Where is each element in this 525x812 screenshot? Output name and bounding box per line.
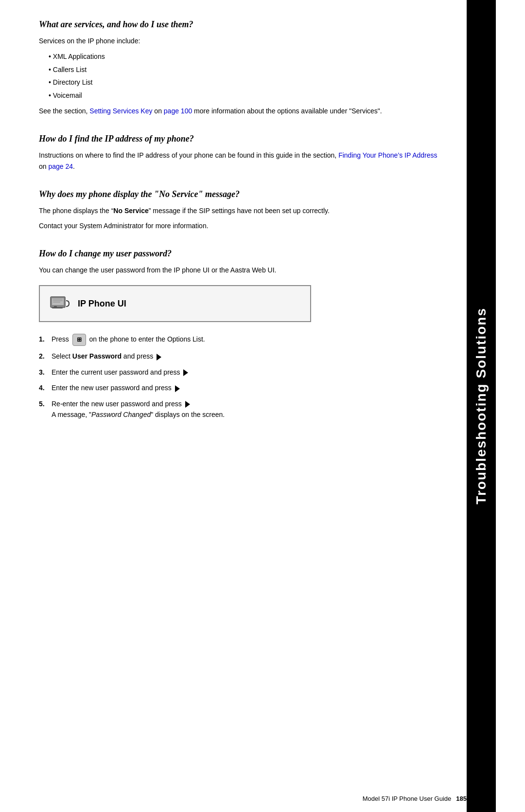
see-also-pre: See the section,	[39, 107, 89, 115]
arrow-right-icon	[183, 369, 188, 376]
steps-list: 1. Press ⊞ on the phone to enter the Opt…	[39, 334, 438, 420]
section-no-service-title: Why does my phone display the "No Servic…	[39, 189, 438, 199]
list-item: Callers List	[49, 63, 438, 76]
options-button-icon: ⊞	[72, 334, 86, 346]
see-also-post: more information about the options avail…	[192, 107, 382, 115]
step-num-5: 5.	[39, 398, 52, 409]
section-find-ip-title: How do I find the IP address of my phone…	[39, 134, 438, 144]
no-service-post: ” message if the SIP settings have not b…	[149, 207, 330, 215]
page-24-link[interactable]: page 24	[48, 162, 73, 170]
user-password-body: You can change the user password from th…	[39, 265, 438, 275]
see-also-mid: on	[152, 107, 163, 115]
list-item: Voicemail	[49, 89, 438, 102]
section-user-password-title: How do I change my user password?	[39, 249, 438, 259]
no-service-pre: The phone displays the “	[39, 207, 113, 215]
sidebar-tab: Troubleshooting Solutions	[467, 0, 496, 812]
list-item: 4. Enter the new user password and press	[39, 382, 438, 393]
setting-services-key-link[interactable]: Setting Services Key	[89, 107, 152, 115]
find-ip-body: Instructions on where to find the IP add…	[39, 150, 438, 172]
find-ip-mid: on	[39, 162, 48, 170]
no-service-bold: No Service	[113, 207, 148, 215]
arrow-right-icon	[157, 354, 161, 361]
list-item: 2. Select User Password and press	[39, 351, 438, 361]
phone-icon	[50, 293, 71, 314]
step-5-content: Re-enter the new user password and press…	[52, 398, 438, 420]
step-num-2: 2.	[39, 351, 52, 361]
section-find-ip: How do I find the IP address of my phone…	[39, 134, 438, 172]
list-item: 3. Enter the current user password and p…	[39, 367, 438, 378]
user-password-bold: User Password	[72, 352, 122, 360]
ip-phone-label: IP Phone UI	[78, 297, 126, 311]
ip-phone-ui-box: IP Phone UI	[39, 285, 311, 322]
services-bullet-list: XML Applications Callers List Directory …	[49, 50, 438, 102]
list-item: 1. Press ⊞ on the phone to enter the Opt…	[39, 334, 438, 346]
no-service-contact: Contact your System Administrator for mo…	[39, 220, 438, 231]
section-services: What are services, and how do I use them…	[39, 19, 438, 116]
step-num-1: 1.	[39, 334, 52, 344]
step-2-content: Select User Password and press	[52, 351, 438, 361]
services-intro: Services on the IP phone include:	[39, 36, 438, 46]
find-ip-pre: Instructions on where to find the IP add…	[39, 151, 338, 159]
section-user-password: How do I change my user password? You ca…	[39, 249, 438, 420]
svg-rect-3	[52, 307, 63, 308]
page-100-link[interactable]: page 100	[164, 107, 192, 115]
list-item: XML Applications	[49, 50, 438, 63]
footer-model-text: Model 57i IP Phone User Guide	[363, 795, 452, 802]
svg-rect-2	[54, 306, 57, 307]
step-num-3: 3.	[39, 367, 52, 378]
section-services-title: What are services, and how do I use them…	[39, 19, 438, 30]
list-item: Directory List	[49, 76, 438, 89]
footer-page-number: 185	[456, 795, 467, 802]
arrow-right-icon	[185, 401, 190, 408]
no-service-body: The phone displays the “No Service” mess…	[39, 205, 438, 216]
step-1-content: Press ⊞ on the phone to enter the Option…	[52, 334, 438, 346]
step-3-content: Enter the current user password and pres…	[52, 367, 438, 378]
section-no-service: Why does my phone display the "No Servic…	[39, 189, 438, 231]
step-4-content: Enter the new user password and press	[52, 382, 438, 393]
services-see-also: See the section, Setting Services Key on…	[39, 106, 438, 116]
page-footer: Model 57i IP Phone User Guide 185	[0, 795, 496, 802]
password-changed-italic: Password Changed	[91, 411, 151, 418]
find-ip-post: .	[73, 162, 75, 170]
list-item: 5. Re-enter the new user password and pr…	[39, 398, 438, 420]
finding-ip-address-link[interactable]: Finding Your Phone’s IP Address	[338, 151, 437, 159]
step-num-4: 4.	[39, 382, 52, 393]
arrow-right-icon	[175, 385, 180, 392]
sidebar-tab-label: Troubleshooting Solutions	[473, 307, 489, 505]
